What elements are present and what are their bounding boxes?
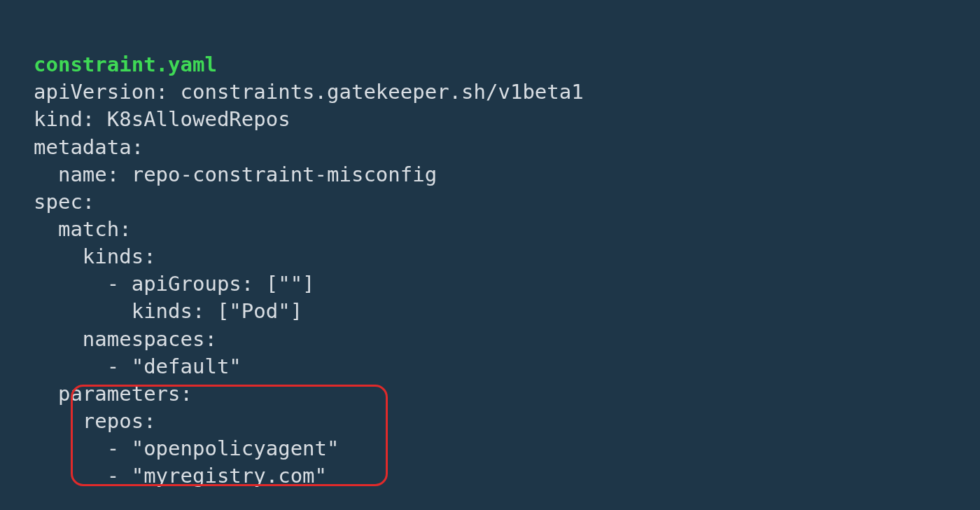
code-line: - apiGroups: [""] [34,272,315,296]
filename-header: constraint.yaml [34,53,217,76]
code-line: - "openpolicyagent" [34,436,340,460]
code-line: repos: [34,409,156,433]
code-line: match: [34,217,132,241]
code-line: - "default" [34,354,241,378]
code-line: name: repo-constraint-misconfig [34,163,437,186]
code-line: kinds: [34,244,156,268]
code-line: parameters: [34,382,192,406]
code-line: apiVersion: constraints.gatekeeper.sh/v1… [34,80,584,104]
code-line: kind: K8sAllowedRepos [34,107,290,131]
yaml-code-block: constraint.yaml apiVersion: constraints.… [0,0,980,510]
code-line: - "myregistry.com" [34,464,327,488]
code-line: spec: [34,190,94,214]
code-line: metadata: [34,135,144,159]
code-line: kinds: ["Pod"] [34,299,302,323]
code-line: namespaces: [34,327,217,351]
